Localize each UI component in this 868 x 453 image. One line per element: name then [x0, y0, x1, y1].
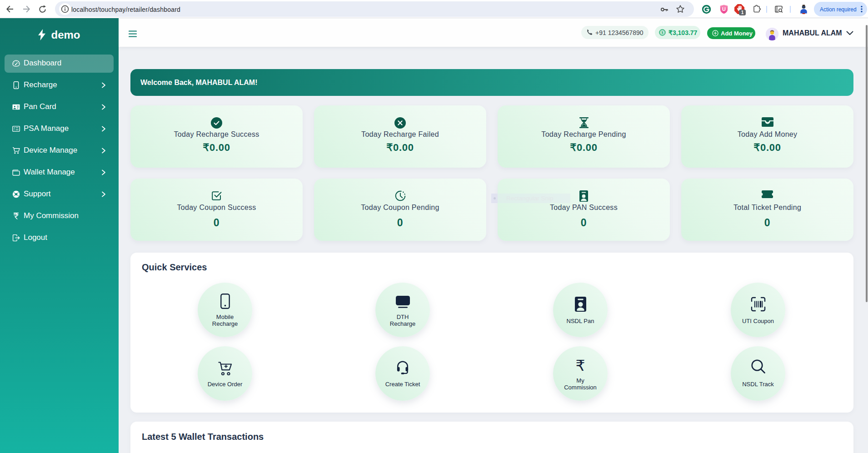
- svg-text:U: U: [722, 6, 726, 12]
- svg-text:₹: ₹: [576, 358, 585, 373]
- svg-text:$: $: [661, 30, 663, 35]
